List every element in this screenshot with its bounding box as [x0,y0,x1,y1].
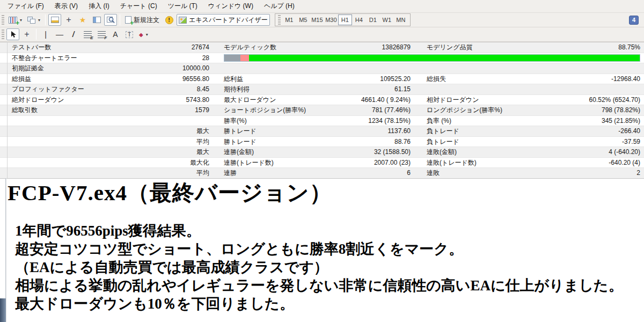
row-label: 勝トレード [224,137,257,147]
panel-divider [7,42,8,178]
row-value: 61.15 [298,84,411,94]
window-chrome: ファイル (F)表示 (V)挿入 (I)チャート (C)ツール (T)ウィンドウ… [0,0,644,42]
vertical-line-icon: | [45,31,47,38]
equidistant-channel-button[interactable]: E [81,28,94,40]
profiles-button[interactable]: ▾ [25,14,42,26]
table-row: 初期証拠金10000.00 [0,63,644,74]
quality-bar [224,54,640,62]
toolbar-grip[interactable] [2,30,4,39]
chevron-down-icon: ▾ [38,18,40,23]
row-value: -37.59 [507,137,640,147]
row-label: 不整合チャートエラー [12,53,77,63]
expert-advisor-button[interactable]: エキスパートアドバイザー [177,14,270,26]
shapes-icon: ◆ [139,32,143,38]
timeframe-toolbar: M1M5M15M30H1H4D1W1MN [275,13,411,26]
toolbar-separator [45,14,46,25]
row-label: 負トレード [427,126,459,136]
timeframe-button-m15[interactable]: M15 [310,14,324,25]
timeframe-button-d1[interactable]: D1 [366,14,380,25]
summary-line: 最大ドローダウンも10％を下回りました。 [15,295,644,313]
row-value: 88.76 [298,137,411,147]
menu-item[interactable]: ヘルプ (H) [259,0,300,13]
menu-item[interactable]: 表示 (V) [49,0,83,13]
row-label: 負率 (%) [427,116,451,126]
table-row: 不整合チャートエラー28 [0,53,644,64]
cursor-arrow-icon [10,31,16,38]
table-row: 総取引数1579ショートポジション(勝率%)781 (77.46%)ロングポジシ… [0,105,644,116]
table-row: テストバー数27674モデルティック数13826879モデリング品質88.75% [0,42,644,53]
row-value: 5743.80 [80,95,209,105]
row-value: 88.75% [507,42,640,53]
row-value: 109525.20 [298,74,411,84]
menu-item[interactable]: チャート (C) [115,0,163,13]
menu-item[interactable]: 挿入 (I) [83,0,115,13]
auto-trading-warning-button[interactable]: ! [163,14,175,26]
new-order-label: 新規注文 [134,16,159,25]
crosshair-icon: + [66,16,71,24]
text-label-button[interactable]: T [123,28,136,40]
crosshair-button[interactable]: + [20,28,33,40]
row-value: 1234 (78.15%) [298,116,411,126]
channel-icon: E [84,31,92,38]
fibonacci-button[interactable]: F [95,28,108,40]
row-value: -640.20 (4) [507,158,640,168]
timeframe-button-h4[interactable]: H4 [352,14,366,25]
menu-bar: ファイル (F)表示 (V)挿入 (I)チャート (C)ツール (T)ウィンドウ… [0,0,644,13]
trendline-button[interactable]: / [67,28,80,40]
timeframe-button-m1[interactable]: M1 [282,14,296,25]
new-order-button[interactable]: + 新規注文 [123,14,162,26]
vertical-line-button[interactable]: | [39,28,52,40]
strategy-tester-button[interactable] [104,14,117,26]
new-chart-button[interactable]: + ▾ [6,14,24,26]
trendline-icon: / [72,30,75,39]
arrows-button[interactable]: ◆ ▾ [137,28,150,40]
favorites-button[interactable]: ★ [76,14,89,26]
cursor-button[interactable] [6,28,19,40]
timeframe-button-m30[interactable]: M30 [324,14,338,25]
row-value: 345 (21.85%) [507,116,640,126]
result-summary: FCP-V7.ex4（最終バージョン） 1年間で96556pips獲得結果。超安… [0,178,644,322]
row-label: モデルティック数 [224,42,276,53]
row-value: 6 [298,168,411,178]
timeframe-button-m5[interactable]: M5 [296,14,310,25]
row-label: 最大ドローダウン [224,95,276,105]
horizontal-line-button[interactable]: — [53,28,66,40]
toolbar-grip[interactable] [2,15,4,25]
community-badge[interactable]: 4 [629,16,639,25]
row-value: 2007.00 (23) [298,158,411,168]
scrollbar-thumb[interactable] [0,298,6,322]
text-button[interactable]: A [109,28,122,40]
row-value: 4661.40 ( 9.24%) [298,95,411,105]
crosshair-mode-button[interactable]: + [62,14,75,26]
text-icon: A [113,31,118,38]
horizontal-line-icon: — [56,31,63,38]
menu-item[interactable]: ツール (T) [163,0,203,13]
timeframe-button-mn[interactable]: MN [394,14,408,25]
row-value: 最大 [80,126,209,136]
row-label: 勝トレード [224,126,257,136]
table-row: 最大勝トレード1137.60負トレード-266.40 [0,126,644,137]
row-label: ショートポジション(勝率%) [224,105,306,115]
expert-advisor-icon [179,17,187,24]
timeframe-button-w1[interactable]: W1 [380,14,394,25]
summary-lines: 1年間で96556pips獲得結果。超安定コツコツ型でショート、ロングともに勝率… [0,222,644,313]
row-value: 1137.60 [298,126,411,136]
table-row: プロフィットファクター8.45期待利得61.15 [0,84,644,95]
toolbar-grip[interactable] [278,15,281,25]
menu-item[interactable]: ウィンドウ (W) [203,0,259,13]
chevron-down-icon: ▾ [20,18,22,23]
row-label: 相対ドローダウン [427,95,479,105]
row-label: 連敗 [427,168,440,178]
navigator-button[interactable] [90,14,103,26]
toolbar-drawing: + | — / E F A T ◆ ▾ [0,27,644,42]
menu-item[interactable]: ファイル (F) [2,0,49,13]
row-value: 798 (78.82%) [507,105,640,115]
timeframe-button-h1[interactable]: H1 [338,14,352,25]
row-label: 期待利得 [224,84,250,94]
market-watch-button[interactable] [48,14,61,26]
table-row: 平均連勝6連敗2 [0,168,644,179]
row-value: -12968.40 [507,74,640,84]
row-label: ロングポジション(勝率%) [427,105,502,115]
row-value: 2 [507,168,640,178]
row-value: 28 [80,53,209,63]
